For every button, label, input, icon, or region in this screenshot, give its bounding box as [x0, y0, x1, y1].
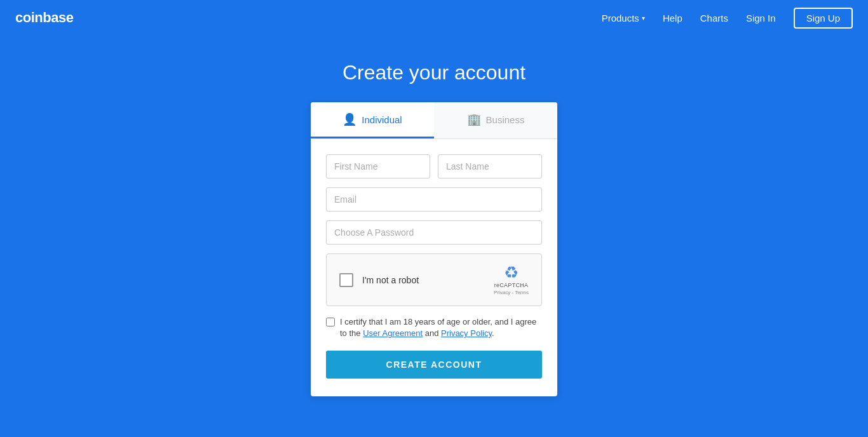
recaptcha-logo-icon: ♻	[504, 264, 519, 281]
recaptcha-brand-label: reCAPTCHA	[494, 282, 529, 288]
certification-row: I certify that I am 18 years of age or o…	[326, 316, 542, 339]
cert-text-mid: and	[423, 328, 441, 338]
first-name-field	[326, 154, 430, 178]
create-account-button[interactable]: CREATE ACCOUNT	[326, 351, 542, 379]
user-agreement-link[interactable]: User Agreement	[363, 328, 423, 338]
certification-text: I certify that I am 18 years of age or o…	[340, 316, 542, 339]
chevron-down-icon: ▾	[642, 15, 645, 22]
header: coinbase Products ▾ Help Charts Sign In …	[0, 0, 868, 36]
account-type-tabs: 👤 Individual 🏢 Business	[311, 102, 557, 139]
nav: Products ▾ Help Charts Sign In Sign Up	[602, 8, 853, 29]
recaptcha-label: I'm not a robot	[362, 275, 419, 285]
main-content: Create your account 👤 Individual 🏢 Busin…	[0, 36, 868, 396]
privacy-policy-link[interactable]: Privacy Policy	[441, 328, 492, 338]
nav-signin-label: Sign In	[746, 13, 776, 24]
business-icon: 🏢	[467, 112, 481, 126]
name-row	[326, 154, 542, 178]
recaptcha-branding: ♻ reCAPTCHA Privacy - Terms	[494, 264, 529, 295]
recaptcha-widget: I'm not a robot ♻ reCAPTCHA Privacy - Te…	[326, 253, 542, 306]
password-input[interactable]	[326, 220, 542, 245]
recaptcha-checkbox[interactable]	[339, 273, 353, 287]
nav-help-label: Help	[663, 13, 682, 24]
certification-checkbox[interactable]	[326, 318, 335, 326]
nav-signin[interactable]: Sign In	[746, 13, 776, 24]
nav-help[interactable]: Help	[663, 13, 682, 24]
logo: coinbase	[15, 10, 73, 26]
nav-products-label: Products	[602, 13, 639, 24]
recaptcha-left: I'm not a robot	[339, 273, 419, 287]
form-card: 👤 Individual 🏢 Business	[311, 102, 557, 396]
tab-business[interactable]: 🏢 Business	[434, 102, 557, 138]
page-title: Create your account	[342, 61, 526, 84]
nav-products[interactable]: Products ▾	[602, 13, 645, 24]
nav-signup-button[interactable]: Sign Up	[794, 8, 853, 29]
recaptcha-privacy-link[interactable]: Privacy	[494, 290, 510, 295]
individual-icon: 👤	[342, 112, 356, 126]
first-name-input[interactable]	[326, 154, 430, 178]
last-name-input[interactable]	[438, 154, 542, 178]
tab-business-label: Business	[486, 114, 525, 125]
form-body: I'm not a robot ♻ reCAPTCHA Privacy - Te…	[311, 139, 557, 396]
tab-individual[interactable]: 👤 Individual	[311, 102, 434, 138]
nav-charts[interactable]: Charts	[700, 13, 728, 24]
email-input[interactable]	[326, 187, 542, 212]
recaptcha-links: Privacy - Terms	[494, 290, 529, 295]
tab-individual-label: Individual	[362, 114, 402, 125]
nav-charts-label: Charts	[700, 13, 728, 24]
last-name-field	[438, 154, 542, 178]
recaptcha-terms-link[interactable]: Terms	[515, 290, 529, 295]
cert-text-after: .	[492, 328, 494, 338]
